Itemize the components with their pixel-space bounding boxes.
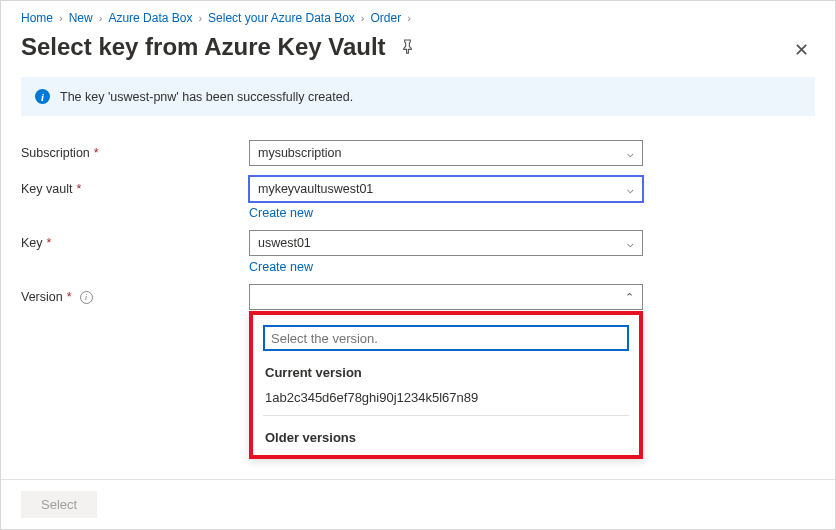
banner-text: The key 'uswest-pnw' has been successful…: [60, 90, 353, 104]
chevron-up-icon: ⌃: [625, 291, 634, 304]
info-icon: i: [35, 89, 50, 104]
chevron-down-icon: ⌵: [627, 147, 634, 160]
subscription-select[interactable]: mysubscription ⌵: [249, 140, 643, 166]
version-option[interactable]: 1ab2c345d6ef78ghi90j1234k5l67n89: [263, 388, 629, 416]
version-search-input[interactable]: [263, 325, 629, 351]
breadcrumb-order[interactable]: Order: [371, 11, 402, 25]
breadcrumb-select-your-box[interactable]: Select your Azure Data Box: [208, 11, 355, 25]
select-button[interactable]: Select: [21, 491, 97, 518]
breadcrumb-azure-data-box[interactable]: Azure Data Box: [108, 11, 192, 25]
footer-bar: Select: [1, 479, 835, 529]
chevron-right-icon: ›: [99, 12, 103, 24]
older-versions-heading: Older versions: [265, 430, 627, 445]
keyvault-select[interactable]: mykeyvaultuswest01 ⌵: [249, 176, 643, 202]
key-label: Key*: [21, 230, 249, 250]
chevron-right-icon: ›: [59, 12, 63, 24]
info-icon[interactable]: i: [80, 291, 93, 304]
chevron-right-icon: ›: [198, 12, 202, 24]
close-icon[interactable]: ✕: [788, 35, 815, 65]
key-select[interactable]: uswest01 ⌵: [249, 230, 643, 256]
keyvault-create-new-link[interactable]: Create new: [249, 206, 313, 220]
chevron-down-icon: ⌵: [627, 183, 634, 196]
page-title: Select key from Azure Key Vault: [21, 33, 415, 61]
pin-icon[interactable]: [400, 39, 415, 57]
version-label: Version* i: [21, 284, 249, 304]
breadcrumb: Home › New › Azure Data Box › Select you…: [21, 5, 815, 27]
chevron-right-icon: ›: [407, 12, 411, 24]
current-version-heading: Current version: [265, 365, 627, 380]
subscription-label: Subscription*: [21, 140, 249, 160]
breadcrumb-new[interactable]: New: [69, 11, 93, 25]
chevron-down-icon: ⌵: [627, 237, 634, 250]
keyvault-label: Key vault*: [21, 176, 249, 196]
key-create-new-link[interactable]: Create new: [249, 260, 313, 274]
version-dropdown: Current version 1ab2c345d6ef78ghi90j1234…: [249, 311, 643, 459]
chevron-right-icon: ›: [361, 12, 365, 24]
success-banner: i The key 'uswest-pnw' has been successf…: [21, 77, 815, 116]
breadcrumb-home[interactable]: Home: [21, 11, 53, 25]
version-select[interactable]: ⌃: [249, 284, 643, 310]
